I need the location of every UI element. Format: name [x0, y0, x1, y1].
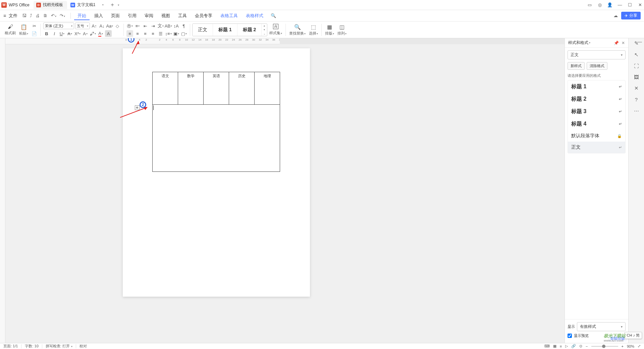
- layout-button[interactable]: ▦排版▾: [324, 24, 335, 36]
- minimize-button[interactable]: —: [617, 2, 623, 7]
- cube-icon[interactable]: ◎: [597, 2, 602, 7]
- window-snap-icon[interactable]: ▭: [587, 2, 592, 7]
- style-heading2[interactable]: 标题 2: [237, 24, 262, 36]
- style-heading1[interactable]: 标题 1: [213, 24, 237, 36]
- align-center-button[interactable]: ≡: [134, 30, 141, 37]
- justify-button[interactable]: ≡: [150, 30, 156, 37]
- template-icon: D: [36, 3, 41, 7]
- distributed-button[interactable]: ☰: [157, 30, 164, 37]
- copy-icon[interactable]: 📄: [31, 30, 38, 37]
- italic-button[interactable]: I: [51, 30, 58, 37]
- font-name-select[interactable]: 宋体 (正文)▾: [43, 22, 74, 29]
- menu-view[interactable]: 视图: [158, 11, 173, 20]
- line-spacing-icon[interactable]: ↕≡▾: [165, 30, 172, 37]
- align-right-button[interactable]: ≡: [142, 30, 149, 37]
- find-replace-button[interactable]: 🔍查找替换▾: [288, 24, 307, 36]
- char-shading-icon[interactable]: A: [105, 30, 112, 37]
- decrease-indent-icon[interactable]: ⇤: [142, 22, 149, 29]
- underline-button[interactable]: U▾: [59, 30, 65, 37]
- show-marks-icon[interactable]: ¶: [180, 22, 187, 29]
- sort-icon[interactable]: ↕A: [173, 22, 179, 29]
- cut-icon[interactable]: ✂: [31, 22, 38, 29]
- menu-reference[interactable]: 引用: [124, 11, 140, 20]
- gallery-scroll[interactable]: ▴▾⌄: [262, 24, 267, 36]
- numbering-icon[interactable]: ≡▾: [134, 22, 141, 29]
- menu-bar: ≡ 文件 🖫 ⤴ 🖨 🗎 ↶▾ ↷▾ 开始 插入 页面 引用 审阅 视图 工具 …: [0, 10, 644, 21]
- menu-member[interactable]: 会员专享: [192, 11, 216, 20]
- asian-layout-icon[interactable]: AB▾: [165, 22, 172, 29]
- borders-icon[interactable]: ▢▾: [180, 30, 187, 37]
- font-effect-icon[interactable]: A▾: [82, 30, 89, 37]
- share-label: 分享: [629, 13, 637, 18]
- paste-button[interactable]: 📋粘贴▾: [18, 24, 30, 36]
- align-left-button[interactable]: ≡: [126, 30, 133, 37]
- redo-icon[interactable]: ↷▾: [60, 13, 65, 18]
- tab-label: 文字文稿1: [77, 2, 96, 8]
- new-tab-button[interactable]: ＋: [108, 1, 116, 9]
- arrange-button[interactable]: ◫排列▾: [336, 24, 348, 36]
- app-name: WPS Office: [9, 3, 30, 7]
- change-case-icon[interactable]: Aa▾: [106, 22, 113, 29]
- menu-start[interactable]: 开始: [74, 11, 90, 20]
- search-icon[interactable]: 🔍: [271, 13, 276, 18]
- export-icon[interactable]: ⤴: [30, 13, 32, 18]
- tab-document[interactable]: W 文字文稿1 •: [68, 1, 108, 9]
- superscript-icon[interactable]: X²▾: [74, 30, 81, 37]
- style-normal[interactable]: 正文: [193, 24, 213, 36]
- menu-table-tools[interactable]: 表格工具: [217, 11, 241, 20]
- share-button[interactable]: ✈ 分享: [621, 12, 641, 19]
- menu-table-style[interactable]: 表格样式: [243, 11, 267, 20]
- increase-indent-icon[interactable]: ⇥: [150, 22, 156, 29]
- bold-button[interactable]: B: [43, 30, 50, 37]
- strike-button[interactable]: A▾: [66, 30, 73, 37]
- highlight-icon[interactable]: 🖍▾: [90, 30, 96, 37]
- bullets-icon[interactable]: ⦿▾: [126, 22, 133, 29]
- shading-icon[interactable]: ▣▾: [173, 30, 179, 37]
- hamburger-icon[interactable]: ≡: [3, 13, 6, 18]
- ribbon: 🖌格式刷 📋粘贴▾ ✂ 📄 宋体 (正文)▾ 五号▾ A↑ A↓ Aa▾ ◇ B…: [0, 21, 644, 38]
- undo-icon[interactable]: ↶▾: [51, 13, 56, 18]
- save-icon[interactable]: 🖫: [22, 13, 26, 18]
- doc-icon: W: [70, 3, 75, 7]
- cloud-icon[interactable]: ☁: [613, 13, 618, 18]
- wps-logo-icon: W: [1, 2, 7, 8]
- tab-dirty-dot: •: [102, 2, 104, 7]
- title-bar: W WPS Office D 找稻壳模板 W 文字文稿1 • ＋ ▾ ▭ ◎ 👤…: [0, 0, 644, 10]
- print-preview-icon[interactable]: 🗎: [43, 13, 48, 18]
- grow-font-icon[interactable]: A↑: [91, 22, 98, 29]
- close-button[interactable]: ✕: [637, 2, 643, 7]
- new-tab-dropdown[interactable]: ▾: [118, 3, 119, 7]
- tab-templates[interactable]: D 找稻壳模板: [34, 1, 67, 9]
- text-direction-icon[interactable]: 文▾: [157, 22, 164, 29]
- menu-tool[interactable]: 工具: [175, 11, 190, 20]
- maximize-button[interactable]: ☐: [627, 2, 633, 7]
- file-menu[interactable]: 文件: [9, 13, 17, 19]
- font-size-select[interactable]: 五号▾: [75, 22, 90, 29]
- clear-format-icon[interactable]: ◇: [114, 22, 121, 29]
- format-painter-button[interactable]: 🖌格式刷: [3, 24, 17, 36]
- menu-review[interactable]: 审阅: [141, 11, 157, 20]
- style-gallery[interactable]: 正文 标题 1 标题 2 ▴▾⌄: [192, 23, 267, 36]
- user-avatar-icon[interactable]: 👤: [607, 2, 612, 7]
- separator: [70, 13, 71, 19]
- shrink-font-icon[interactable]: A↓: [99, 22, 105, 29]
- print-icon[interactable]: 🖨: [36, 13, 40, 18]
- style-set-button[interactable]: 🄰样式集▾: [268, 24, 283, 36]
- font-color-icon[interactable]: A▾: [97, 30, 104, 37]
- select-button[interactable]: ⬚选择▾: [308, 24, 319, 36]
- menu-insert[interactable]: 插入: [91, 11, 106, 20]
- tab-label: 找稻壳模板: [43, 2, 63, 8]
- menu-page[interactable]: 页面: [108, 11, 123, 20]
